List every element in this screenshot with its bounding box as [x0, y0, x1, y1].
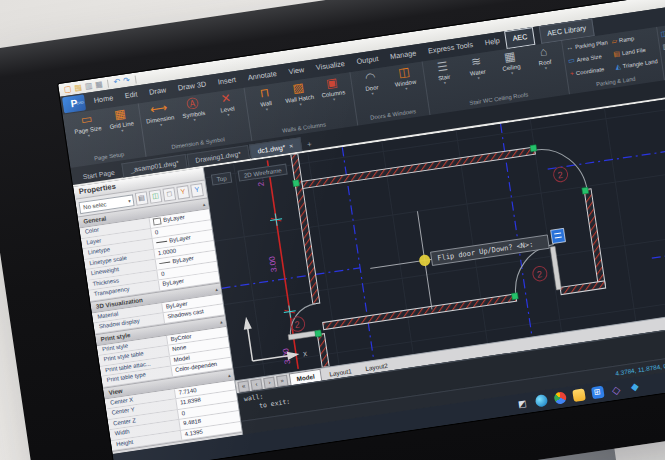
- toggle-pickadd-icon[interactable]: ◻: [162, 187, 176, 202]
- save-all-icon[interactable]: ▦: [95, 80, 104, 89]
- coordinate-icon: +: [569, 70, 574, 78]
- quick-select-icon[interactable]: ▤: [135, 191, 149, 206]
- snap-marker: [418, 254, 431, 267]
- filter-icon[interactable]: Y: [176, 185, 190, 200]
- chevron-down-icon: ▾: [544, 65, 547, 70]
- input-mode-icon: [551, 228, 566, 243]
- chevron-down-icon: ▾: [371, 91, 374, 96]
- edge-browser-icon[interactable]: [534, 394, 548, 408]
- open-folder-icon[interactable]: ▤: [74, 83, 83, 92]
- triangle-land-icon: ◭: [615, 63, 621, 71]
- symbols-button[interactable]: ⒶSymbols▾: [175, 94, 210, 124]
- parking-plan-icon: ↔: [566, 43, 574, 51]
- new-file-icon[interactable]: ▢: [63, 85, 72, 94]
- chevron-down-icon: ▾: [87, 133, 90, 138]
- chevron-down-icon: ▾: [265, 107, 268, 112]
- door-label: 2: [536, 269, 542, 280]
- columns-button[interactable]: ▣Columns▾: [315, 74, 350, 104]
- ramp-icon: ▱: [611, 37, 617, 45]
- save-icon[interactable]: ▥: [84, 82, 93, 91]
- chevron-down-icon: ▾: [121, 128, 124, 133]
- wall-icon: ⊓: [259, 85, 270, 101]
- chevron-down-icon: ▾: [128, 195, 134, 206]
- wall-hatch-button[interactable]: ▨Wall Hatch▾: [281, 79, 316, 109]
- dim-label: 3.00: [268, 255, 279, 273]
- chevron-down-icon: ▾: [477, 75, 480, 80]
- toolbar-separator: [107, 79, 109, 87]
- lineweight-preview-icon: [160, 262, 171, 265]
- water-icon: ≋: [470, 54, 482, 70]
- roof-button[interactable]: ⌂Roof▾: [527, 42, 562, 72]
- app-logo[interactable]: PCAD: [62, 94, 86, 113]
- chevron-down-icon: ▾: [193, 117, 196, 122]
- store-icon[interactable]: ⊞: [591, 386, 605, 400]
- window-button[interactable]: ◫Window▾: [387, 63, 422, 93]
- dimension-button[interactable]: ⟷Dimension▾: [142, 99, 177, 129]
- building-section-icon: ◫: [660, 29, 665, 37]
- chrome-browser-icon[interactable]: [553, 391, 567, 405]
- door-label: 2: [294, 319, 300, 330]
- chevron-down-icon: ▾: [333, 97, 336, 102]
- chevron-down-icon: ▾: [444, 80, 447, 85]
- viewport-view-chip[interactable]: Top: [211, 172, 232, 186]
- file-explorer-icon[interactable]: [572, 388, 586, 402]
- linetype-preview-icon: [156, 241, 167, 244]
- land-file-icon: ▤: [613, 50, 621, 58]
- door-button[interactable]: ◠Door▾: [354, 68, 389, 98]
- roof-icon: ⌂: [539, 44, 548, 60]
- select-objects-icon[interactable]: ◫: [149, 189, 163, 204]
- chevron-down-icon: ▾: [511, 70, 514, 75]
- close-icon[interactable]: ×: [289, 141, 294, 151]
- water-button[interactable]: ≋Water▾: [459, 52, 494, 82]
- area-size-icon: ▭: [568, 56, 576, 64]
- chevron-down-icon: ▾: [160, 122, 163, 127]
- chat-icon[interactable]: ◩: [515, 397, 529, 411]
- wall-button[interactable]: ⊓Wall▾: [248, 84, 283, 114]
- filter-blue-icon[interactable]: Y: [190, 183, 204, 198]
- stair-icon: ☰: [436, 59, 449, 75]
- chevron-down-icon: ▾: [227, 112, 230, 117]
- color-swatch: [153, 218, 162, 226]
- visual-studio-icon[interactable]: ◇: [609, 383, 623, 397]
- ucs-axis-label: x: [302, 349, 307, 359]
- vscode-icon[interactable]: ◆: [628, 380, 642, 394]
- app-logo-sub: CAD: [76, 95, 86, 111]
- door-label: 2: [557, 170, 563, 181]
- chevron-down-icon: ▾: [299, 102, 302, 107]
- new-tab-button[interactable]: +: [301, 138, 317, 151]
- toolbar-separator: [134, 75, 136, 83]
- redo-icon[interactable]: ↷: [123, 76, 131, 85]
- chevron-down-icon: ▾: [405, 86, 408, 91]
- level-button[interactable]: ✕Level▾: [209, 89, 244, 119]
- grid-line-button[interactable]: ▦Grid Line▾: [103, 105, 138, 135]
- dynamic-input-tooltip: Flip door Up/Down? <N>:: [430, 228, 566, 265]
- level-icon: ✕: [220, 91, 232, 107]
- page-size-button[interactable]: ▭Page Size▾: [70, 110, 105, 140]
- ceiling-button[interactable]: ▦Ceiling▾: [493, 47, 528, 77]
- door-icon: ◠: [364, 70, 377, 86]
- photo-backdrop: ▢ ▤ ▥ ▦ ↶ ↷ PCAD Home Edit Draw Draw 3D …: [0, 0, 665, 460]
- undo-icon[interactable]: ↶: [113, 77, 121, 86]
- stair-button[interactable]: ☰Stair▾: [426, 57, 461, 87]
